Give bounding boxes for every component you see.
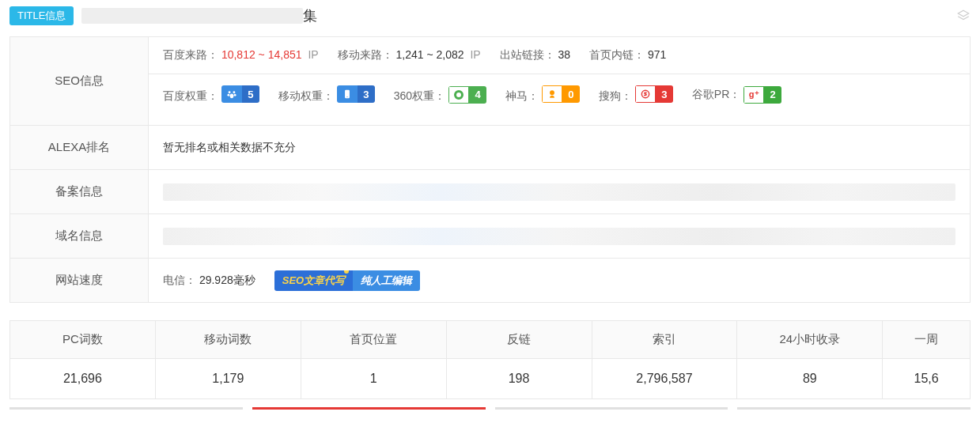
mobile-weight-value: 3 [358, 85, 375, 103]
row-domain: 域名信息 [10, 214, 970, 259]
mobile-paw-icon [337, 85, 358, 103]
row-seo: SEO信息 百度来路： 10,812 ~ 14,851 IP 移动来路： 1,2… [10, 37, 970, 126]
homepage-links-value: 971 [648, 48, 666, 61]
cbar-3 [495, 407, 728, 410]
row-speed: 网站速度 电信： 29.928毫秒 SEO文章代写 纯人工编辑 [10, 259, 970, 303]
bottom-color-bars [9, 407, 971, 410]
stats-val: 1 [301, 359, 446, 398]
stats-head: PC词数 [10, 321, 155, 359]
stats-col-index[interactable]: 索引 2,796,587 [592, 321, 738, 398]
stats-col-backlinks[interactable]: 反链 198 [447, 321, 592, 398]
row-alexa-content: 暂无排名或相关数据不充分 [149, 126, 970, 169]
outbound-links: 出站链接： 38 [500, 48, 570, 62]
stats-val: 2,796,587 [592, 359, 737, 398]
shenma-label: 神马： [505, 89, 539, 102]
ip-suffix-2: IP [470, 48, 480, 61]
speed-value: 29.928毫秒 [199, 274, 255, 286]
sogou-icon [635, 85, 656, 103]
mobile-source-label: 移动来路： [338, 48, 393, 61]
row-beian: 备案信息 [10, 170, 970, 214]
svg-point-1 [233, 91, 235, 93]
baidu-paw-icon [221, 85, 242, 103]
seo-promo-banner[interactable]: SEO文章代写 纯人工编辑 [274, 270, 420, 291]
seo-promo-part-b: 纯人工编辑 [353, 270, 420, 291]
stats-col-pc[interactable]: PC词数 21,696 [10, 321, 156, 398]
google-pr-badge[interactable]: g⁺ 2 [744, 86, 781, 104]
cbar-4 [737, 407, 971, 410]
mobile-weight: 移动权重： 3 [278, 85, 375, 104]
speed-isp-label: 电信： [163, 274, 196, 286]
svg-point-2 [227, 94, 229, 96]
weight-360-label: 360权重： [394, 89, 445, 102]
title-bar: TITLE信息 集 [0, 0, 980, 32]
mobile-weight-badge[interactable]: 3 [337, 85, 375, 103]
baidu-weight-label: 百度权重： [163, 89, 218, 102]
row-beian-content [149, 170, 970, 213]
google-pr-label: 谷歌PR： [692, 87, 740, 100]
svg-point-7 [550, 90, 554, 95]
stats-col-24h[interactable]: 24小时收录 89 [737, 321, 883, 398]
cbar-2 [252, 407, 486, 410]
domain-redacted [163, 228, 955, 245]
beian-redacted [163, 183, 955, 201]
baidu-source-value: 10,812 ~ 14,851 [221, 48, 302, 61]
svg-point-3 [234, 94, 236, 96]
row-domain-content [149, 214, 970, 258]
svg-point-0 [229, 91, 231, 93]
title-redacted [81, 8, 303, 24]
seo-traffic-row: 百度来路： 10,812 ~ 14,851 IP 移动来路： 1,241 ~ 2… [149, 37, 970, 74]
mobile-source: 移动来路： 1,241 ~ 2,082 IP [338, 48, 481, 62]
stats-col-homepage[interactable]: 首页位置 1 [301, 321, 447, 398]
stats-head: 一周 [883, 321, 970, 359]
stats-val: 21,696 [10, 359, 155, 398]
baidu-source: 百度来路： 10,812 ~ 14,851 IP [163, 48, 319, 62]
svg-point-4 [230, 93, 234, 98]
svg-point-6 [346, 96, 347, 97]
shenma-badge[interactable]: 0 [542, 85, 580, 103]
stats-col-mobile[interactable]: 移动词数 1,179 [156, 321, 301, 398]
title-suffix: 集 [303, 6, 317, 25]
speed-metric: 电信： 29.928毫秒 [163, 274, 255, 288]
seo-weight-row: 百度权重： 5 移动权重： 3 [149, 74, 970, 115]
seo-promo-part-a: SEO文章代写 [274, 270, 353, 291]
shenma-value: 0 [562, 85, 580, 103]
weight-360-value: 4 [469, 86, 486, 104]
homepage-links-label: 首页内链： [589, 48, 645, 61]
baidu-weight-badge[interactable]: 5 [221, 85, 259, 103]
baidu-source-label: 百度来路： [163, 48, 218, 61]
row-speed-label: 网站速度 [10, 259, 149, 302]
google-pr: 谷歌PR： g⁺ 2 [692, 86, 781, 104]
baidu-weight: 百度权重： 5 [163, 85, 259, 104]
google-pr-value: 2 [764, 86, 781, 104]
outbound-label: 出站链接： [500, 48, 555, 61]
seo-info-table: SEO信息 百度来路： 10,812 ~ 14,851 IP 移动来路： 1,2… [9, 36, 971, 303]
stats-head: 移动词数 [156, 321, 301, 359]
row-speed-content: 电信： 29.928毫秒 SEO文章代写 纯人工编辑 [149, 259, 970, 302]
stats-val: 198 [447, 359, 592, 398]
stats-val: 1,179 [156, 359, 301, 398]
row-alexa: ALEXA排名 暂无排名或相关数据不充分 [10, 126, 970, 170]
stats-head: 索引 [592, 321, 737, 359]
cbar-1 [9, 407, 243, 410]
row-seo-label: SEO信息 [10, 37, 149, 125]
sogou-weight: 搜狗： 3 [599, 85, 673, 104]
row-seo-content: 百度来路： 10,812 ~ 14,851 IP 移动来路： 1,241 ~ 2… [149, 37, 970, 125]
alexa-value: 暂无排名或相关数据不充分 [163, 141, 296, 155]
baidu-weight-value: 5 [242, 85, 259, 103]
ring-icon [448, 86, 469, 104]
weight-360: 360权重： 4 [394, 86, 486, 104]
ip-suffix: IP [308, 48, 318, 61]
row-alexa-label: ALEXA排名 [10, 126, 149, 169]
shenma-icon [542, 85, 562, 103]
homepage-links: 首页内链： 971 [589, 48, 666, 62]
weight-360-badge[interactable]: 4 [448, 86, 486, 104]
layers-icon[interactable] [956, 9, 971, 23]
mobile-source-value: 1,241 ~ 2,082 [396, 48, 464, 61]
sogou-badge[interactable]: 3 [635, 85, 673, 103]
row-domain-label: 域名信息 [10, 214, 149, 258]
shenma-weight: 神马： 0 [505, 85, 580, 104]
stats-head: 反链 [447, 321, 592, 359]
gplus-icon: g⁺ [744, 86, 764, 104]
outbound-value: 38 [558, 48, 571, 61]
stats-col-week[interactable]: 一周 15,6 [883, 321, 971, 398]
